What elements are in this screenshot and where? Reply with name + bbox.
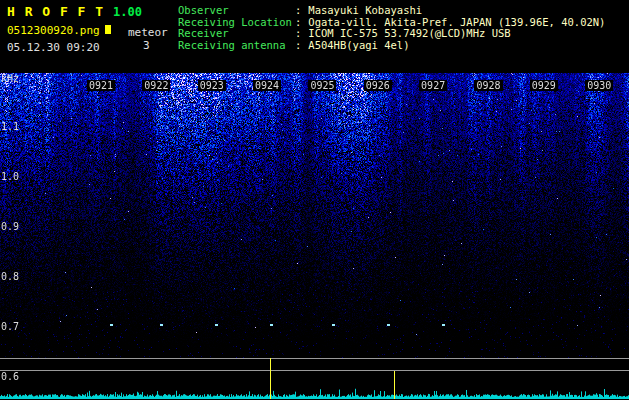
app-version: 1.00 (113, 5, 142, 19)
info-separator: : (295, 4, 301, 16)
time-label: 0924 (253, 80, 281, 91)
spectrogram-canvas (0, 73, 629, 358)
info-value: ICOM IC-575 53.7492(@LCD)MHz USB (308, 27, 510, 39)
time-label: 0930 (585, 80, 613, 91)
title-row: H R O F F T1.00 (7, 4, 142, 19)
info-label: Observer (178, 5, 295, 17)
time-label: 0921 (87, 80, 115, 91)
filename-row: 0512300920.png (7, 24, 111, 37)
info-row: Receiving antenna:A504HB(yagi 4el) (178, 40, 605, 52)
info-label: Receiver (178, 28, 295, 40)
filename: 0512300920.png (7, 24, 100, 37)
level-graph-canvas (0, 358, 629, 400)
info-value: A504HB(yagi 4el) (308, 39, 409, 51)
time-label: 0927 (419, 80, 447, 91)
time-label: 0926 (364, 80, 392, 91)
info-separator: : (295, 27, 301, 39)
mode-label: meteor (128, 26, 168, 39)
app-title: H R O F F T (7, 4, 104, 19)
hrofft-window: H R O F F T1.00 0512300920.png meteor 3 … (0, 0, 629, 400)
info-value: Ogata-vill. Akita-Pref. JAPAN (139.96E, … (308, 16, 605, 28)
info-separator: : (295, 16, 301, 28)
time-label: 0928 (474, 80, 502, 91)
time-label: 0923 (198, 80, 226, 91)
info-value: Masayuki Kobayashi (308, 4, 422, 16)
datetime-label: 05.12.30 09:20 (7, 41, 100, 54)
time-label: 0929 (530, 80, 558, 91)
time-label: 0925 (308, 80, 336, 91)
time-label: 0922 (142, 80, 170, 91)
meteor-count: 3 (143, 39, 150, 52)
time-axis: 0921092209230924092509260927092809290930 (0, 80, 629, 92)
info-label: Receiving antenna (178, 40, 295, 52)
info-separator: : (295, 39, 301, 51)
cursor-block (105, 25, 111, 34)
station-info: Observer:Masayuki Kobayashi Receiving Lo… (178, 5, 605, 51)
